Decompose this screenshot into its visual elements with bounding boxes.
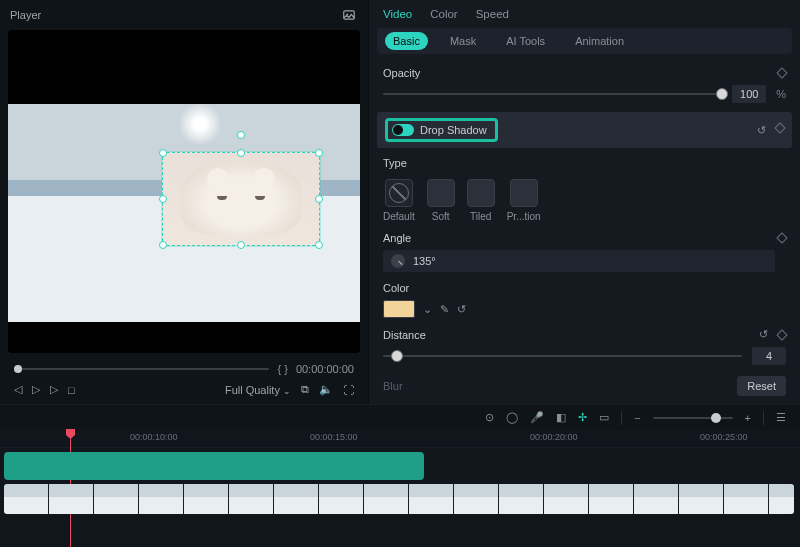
properties-panel: Video Color Speed Basic Mask AI Tools An… — [368, 0, 800, 404]
next-frame-button[interactable]: ▷ — [50, 383, 58, 396]
drop-shadow-header: Drop Shadow ↺ — [377, 112, 792, 148]
quality-select[interactable]: Full Quality ⌄ — [225, 384, 291, 396]
scrubber-playhead[interactable] — [14, 365, 22, 373]
tl-list-icon[interactable]: ☰ — [776, 411, 786, 424]
distance-slider-thumb[interactable] — [391, 350, 403, 362]
color-swatch[interactable] — [383, 300, 415, 318]
drop-shadow-callout: Drop Shadow — [385, 118, 498, 142]
tl-shield-icon[interactable]: ◯ — [506, 411, 518, 424]
opacity-value[interactable]: 100 — [732, 85, 766, 103]
tl-mic-icon[interactable]: 🎤 — [530, 411, 544, 424]
timeline-clip-overlay[interactable] — [4, 452, 424, 480]
player-title: Player — [10, 9, 41, 21]
color-chevron-icon[interactable]: ⌄ — [423, 303, 432, 316]
player-scrubber[interactable] — [14, 368, 269, 370]
resize-handle-tr[interactable] — [315, 149, 323, 157]
ruler-tick: 00:00:20:00 — [530, 432, 578, 442]
angle-dial-icon[interactable] — [391, 254, 405, 268]
zoom-thumb[interactable] — [711, 413, 721, 423]
resize-handle-mr[interactable] — [315, 195, 323, 203]
tab-speed[interactable]: Speed — [476, 8, 509, 20]
timeline-ruler[interactable]: 00:00:10:00 00:00:15:00 00:00:20:00 00:0… — [0, 430, 800, 448]
opacity-slider-thumb[interactable] — [716, 88, 728, 100]
type-projection[interactable]: Pr...tion — [507, 179, 541, 222]
resize-handle-tl[interactable] — [159, 149, 167, 157]
type-tiled[interactable]: Tiled — [467, 179, 495, 222]
drop-shadow-toggle[interactable] — [392, 124, 414, 136]
subtab-mask[interactable]: Mask — [442, 32, 484, 50]
mute-button[interactable]: 🔈 — [319, 383, 333, 396]
selected-clip-frame[interactable] — [162, 152, 320, 246]
type-default[interactable]: Default — [383, 179, 415, 222]
reset-button[interactable]: Reset — [737, 376, 786, 396]
color-reset-icon[interactable]: ↺ — [457, 303, 466, 316]
distance-slider[interactable] — [383, 355, 742, 357]
play-button[interactable]: ▷ — [32, 383, 40, 396]
tab-color[interactable]: Color — [430, 8, 457, 20]
rotate-handle[interactable] — [237, 131, 245, 139]
timeline-clip-main[interactable] — [4, 484, 794, 514]
drop-shadow-label: Drop Shadow — [420, 124, 487, 136]
subtab-animation[interactable]: Animation — [567, 32, 632, 50]
distance-keyframe-icon[interactable] — [776, 329, 787, 340]
angle-keyframe-icon[interactable] — [776, 232, 787, 243]
chevron-down-icon: ⌄ — [283, 386, 291, 396]
ruler-tick: 00:00:15:00 — [310, 432, 358, 442]
type-section: Type Default Soft Tiled Pr...tion — [369, 152, 800, 227]
resize-handle-br[interactable] — [315, 241, 323, 249]
color-section: Color ⌄ ✎ ↺ — [369, 277, 800, 323]
image-icon — [342, 8, 356, 22]
angle-value: 135° — [413, 255, 436, 267]
marker-braces: { } — [277, 363, 287, 375]
sub-tabs: Basic Mask AI Tools Animation — [377, 28, 792, 54]
eyedropper-icon[interactable]: ✎ — [440, 303, 449, 316]
tl-link-icon[interactable]: ✢ — [578, 411, 587, 424]
distance-section: Distance ↺ 4 — [369, 323, 800, 370]
distance-reset-icon[interactable]: ↺ — [759, 328, 768, 341]
resize-handle-ml[interactable] — [159, 195, 167, 203]
zoom-out-button[interactable]: − — [634, 412, 640, 424]
angle-input[interactable]: 135° — [383, 250, 775, 272]
player-timecode: 00:00:00:00 — [296, 363, 354, 375]
color-label: Color — [383, 282, 409, 294]
distance-value[interactable]: 4 — [752, 347, 786, 365]
timeline[interactable]: 00:00:10:00 00:00:15:00 00:00:20:00 00:0… — [0, 430, 800, 547]
tl-marker-icon[interactable]: ◧ — [556, 411, 566, 424]
preview-viewport[interactable] — [8, 30, 360, 353]
blur-label: Blur — [369, 370, 800, 402]
resize-handle-tm[interactable] — [237, 149, 245, 157]
tl-snap-icon[interactable]: ▭ — [599, 411, 609, 424]
subtab-basic[interactable]: Basic — [385, 32, 428, 50]
compare-button[interactable]: ⧉ — [301, 383, 309, 396]
tl-cut-icon[interactable]: ⊙ — [485, 411, 494, 424]
ruler-tick: 00:00:10:00 — [130, 432, 178, 442]
resize-handle-bl[interactable] — [159, 241, 167, 249]
type-soft[interactable]: Soft — [427, 179, 455, 222]
keyframe-icon[interactable] — [776, 67, 787, 78]
type-label: Type — [383, 157, 407, 169]
zoom-in-button[interactable]: + — [745, 412, 751, 424]
snapshot-button[interactable] — [340, 6, 358, 24]
drop-shadow-reset-icon[interactable]: ↺ — [757, 124, 766, 137]
prev-frame-button[interactable]: ◁ — [14, 383, 22, 396]
fullscreen-button[interactable]: ⛶ — [343, 384, 354, 396]
ruler-tick: 00:00:25:00 — [700, 432, 748, 442]
preview-sun — [180, 104, 220, 144]
opacity-unit: % — [776, 88, 786, 100]
player-panel: Player — [0, 0, 368, 404]
stop-button[interactable]: □ — [68, 384, 75, 396]
angle-section: Angle 135° — [369, 227, 800, 277]
drop-shadow-keyframe-icon[interactable] — [774, 122, 785, 133]
subtab-ai-tools[interactable]: AI Tools — [498, 32, 553, 50]
tab-video[interactable]: Video — [383, 8, 412, 20]
distance-label: Distance — [383, 329, 426, 341]
opacity-section: Opacity 100 % — [369, 62, 800, 108]
clip-cat-image — [181, 162, 301, 236]
clip-thumbnail — [4, 484, 48, 514]
main-tabs: Video Color Speed — [369, 4, 800, 24]
opacity-slider[interactable] — [383, 93, 722, 95]
resize-handle-bm[interactable] — [237, 241, 245, 249]
zoom-slider[interactable] — [653, 417, 733, 419]
timeline-toolbar: ⊙ ◯ 🎤 ◧ ✢ ▭ − + ☰ — [0, 404, 800, 430]
angle-label: Angle — [383, 232, 411, 244]
